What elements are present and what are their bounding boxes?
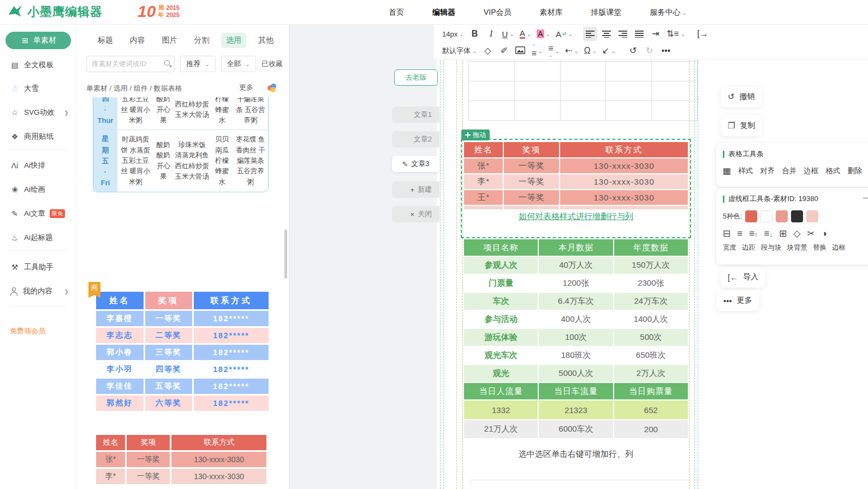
table-cell[interactable]: 一等奖 <box>504 158 559 173</box>
table-cell[interactable]: 6000车次 <box>539 420 613 438</box>
table-cell[interactable]: 1200张 <box>539 275 613 292</box>
font-family-dropdown[interactable]: 默认字体⌄ <box>441 44 478 58</box>
table-header-cell[interactable]: 当日人流量 <box>464 383 538 399</box>
more-button[interactable]: •••更多 <box>716 290 759 311</box>
table-cell[interactable]: 100次 <box>539 329 613 346</box>
table-cell[interactable]: 21万人次 <box>464 420 538 438</box>
close-article-button[interactable]: ×关闭 <box>392 206 439 222</box>
table-cell[interactable] <box>652 81 698 101</box>
align-center-button[interactable] <box>599 27 614 41</box>
indent-spacing-dropdown[interactable]: ⇠⌄ <box>563 44 580 58</box>
table-cell[interactable]: 一等奖 <box>504 174 559 189</box>
table-cell[interactable]: 400人次 <box>539 311 613 328</box>
paragraph-block-label[interactable]: 段与块 <box>761 243 782 252</box>
tab-content[interactable]: 内容 <box>125 33 150 48</box>
table-cell[interactable]: 6.4万车次 <box>539 293 613 310</box>
table-cell[interactable] <box>606 62 652 81</box>
red-prize-table-template[interactable]: 姓名 奖项 联系方式 张*一等奖130-xxxx-3030李*一等奖130-xx… <box>94 433 268 486</box>
sidebar-item-my-content[interactable]: 我的内容 ❯ <box>0 283 76 299</box>
line-height-dropdown[interactable]: ⇅≡⌄ <box>665 27 687 41</box>
search-icon[interactable] <box>164 60 170 66</box>
font-color-dropdown[interactable]: A⌄ <box>518 27 533 41</box>
table-cell[interactable]: 王* <box>464 190 503 205</box>
table-cell[interactable]: 参观人次 <box>464 257 538 274</box>
table-cell[interactable]: 130-xxxx-3030 <box>560 190 688 205</box>
sidebar-item-stickers[interactable]: ❖ 商用贴纸 <box>0 128 76 145</box>
table-align-button[interactable]: 对齐 <box>760 166 775 176</box>
letter-spacing-dropdown[interactable]: A⇄⌄ <box>554 27 574 41</box>
new-article-button[interactable]: +新建 <box>392 181 439 198</box>
sidebar-item-full-template[interactable]: ▤ 全文模板 <box>0 57 76 73</box>
sidebar-item-ai-title[interactable]: ♨ Ai起标题 <box>0 229 76 246</box>
table-header-cell[interactable]: 项目名称 <box>464 239 538 256</box>
color-swatch[interactable] <box>806 210 818 222</box>
bold-button[interactable]: B <box>468 27 482 41</box>
table-grid-icon[interactable]: ▦ <box>723 166 731 176</box>
border-label[interactable]: 边框 <box>832 243 846 252</box>
align-right-button[interactable] <box>616 27 630 41</box>
line-spacing-dropdown[interactable]: ≡⌄⌄ <box>546 44 561 58</box>
color-swatch[interactable] <box>745 210 757 222</box>
sidebar-item-heavy-snow[interactable]: ☃ 大雪 <box>0 80 76 97</box>
table-cell[interactable] <box>560 62 606 81</box>
recommend-dropdown[interactable]: 推荐⌄ <box>180 56 215 72</box>
table-help-link[interactable]: 如何对表格样式进行增删行与列 <box>463 209 689 223</box>
align-justify-button[interactable] <box>632 27 646 41</box>
table-cell[interactable]: 21323 <box>539 400 613 419</box>
blue-prize-table-template[interactable]: 姓名 奖项 联系方式 李嘉橙一等奖182*****李志志二等奖182*****郭… <box>94 290 270 413</box>
table-delete-button[interactable]: 删除 <box>847 166 862 176</box>
table-cell[interactable] <box>652 101 698 121</box>
favorites-filter[interactable]: 已收藏 <box>261 59 283 69</box>
scissors-icon[interactable]: ✂ <box>807 228 815 239</box>
table-cell[interactable]: 200 <box>614 420 688 438</box>
table-cell[interactable]: 门票量 <box>464 275 538 292</box>
more-tools-button[interactable]: ••• <box>659 44 673 58</box>
color-swatch[interactable] <box>760 210 772 222</box>
nav-home[interactable]: 首页 <box>389 8 404 17</box>
table-cell[interactable] <box>560 81 606 101</box>
undo-float-button[interactable]: ↺撤销 <box>721 86 762 107</box>
highlight-color-dropdown[interactable]: A⌄ <box>535 27 552 41</box>
tab-divider[interactable]: 分割 <box>189 33 214 48</box>
table-cell[interactable]: 游玩体验 <box>464 329 538 346</box>
corner-arrow-dropdown[interactable]: ↙⌄ <box>601 44 617 58</box>
nav-service-center[interactable]: 服务中心⌄ <box>650 8 687 17</box>
table-cell[interactable]: 650班次 <box>614 347 688 364</box>
table-cell[interactable] <box>469 62 515 81</box>
insert-image-button[interactable] <box>513 44 527 58</box>
table-cell[interactable]: 张* <box>464 158 503 173</box>
nav-material-library[interactable]: 素材库 <box>540 8 563 17</box>
table-cell[interactable] <box>606 101 652 121</box>
table-cell[interactable] <box>560 101 606 121</box>
table-cell[interactable]: 2300张 <box>614 275 688 292</box>
clear-format-button[interactable]: ◇ <box>480 44 495 58</box>
export-format-button[interactable]: [→ <box>695 27 710 41</box>
table-cell[interactable]: 1400人次 <box>614 311 688 328</box>
table-cell[interactable]: 李* <box>464 174 503 189</box>
table-cell[interactable]: 24万车次 <box>614 293 688 310</box>
indent-button[interactable]: ⇥ <box>649 27 663 41</box>
logo[interactable]: 小墨鹰编辑器 <box>8 3 103 21</box>
table-cell[interactable] <box>652 62 698 81</box>
tab-image[interactable]: 图片 <box>157 33 182 48</box>
sidebar-item-ai-painting[interactable]: ❀ Ai绘画 <box>0 181 76 198</box>
table-cell[interactable]: 车次 <box>464 293 538 310</box>
free-vip-link[interactable]: 免费领会员 <box>10 326 45 336</box>
paragraph-before-spacing-dropdown[interactable]: ⌃≡⌄ <box>530 44 544 58</box>
table-cell[interactable]: 500次 <box>614 329 688 346</box>
width-icon[interactable]: ⊟ <box>723 228 730 239</box>
table-style-button[interactable]: 样式 <box>738 166 753 176</box>
doc-tab-article3[interactable]: ✎文章3 <box>392 156 439 172</box>
copy-float-button[interactable]: ❐复制 <box>721 115 762 136</box>
underline-dropdown[interactable]: U⌄ <box>501 27 516 41</box>
table-merge-button[interactable]: 合并 <box>782 166 796 176</box>
table-header-cell[interactable]: 当日车流量 <box>539 383 613 399</box>
margin-label[interactable]: 边距 <box>742 243 756 252</box>
menu-table-template[interactable]: 四 · Thur五彩土豆丝 暖胃小米粥酸奶开心果西红柿炒蛋 玉米大骨汤柠檬蜂蜜水… <box>93 97 269 271</box>
table-cell[interactable] <box>469 81 515 101</box>
table-cell[interactable]: 150万人次 <box>614 257 688 274</box>
table-header-cell[interactable]: 联系方式 <box>560 142 688 157</box>
document-page[interactable]: 拖动 姓名 奖项 联系方式 张*一等奖130-xxxx-3030李*一等奖130… <box>437 60 868 489</box>
table-cell[interactable]: 观光 <box>464 365 538 382</box>
doc-tab-article1[interactable]: 文章1 <box>392 107 439 123</box>
